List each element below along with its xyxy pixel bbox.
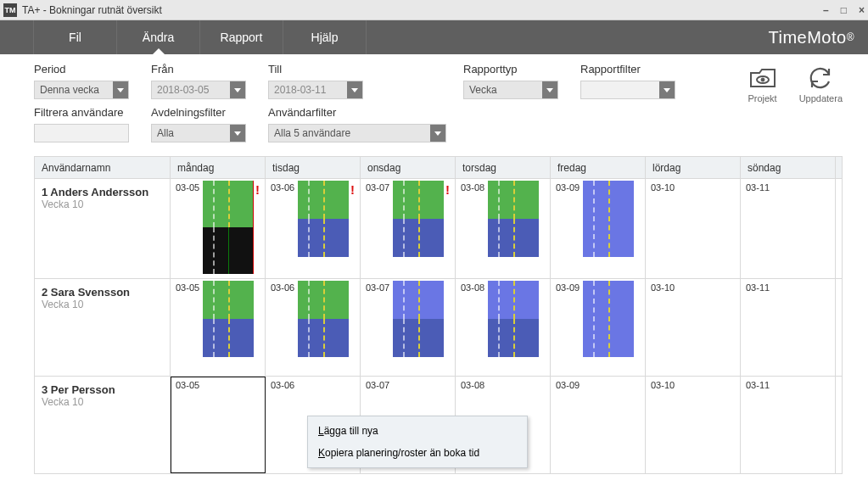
to-value: 2018-03-11 bbox=[274, 84, 326, 96]
day-cell[interactable]: 03-11 bbox=[741, 279, 836, 376]
day-cell[interactable]: 03-08 bbox=[456, 179, 551, 278]
project-button[interactable]: Projekt bbox=[748, 66, 776, 103]
to-label: Till bbox=[268, 63, 448, 75]
day-cell[interactable]: 03-07 bbox=[361, 279, 456, 376]
day-date: 03-09 bbox=[556, 380, 580, 390]
day-date: 03-09 bbox=[556, 182, 580, 193]
refresh-icon bbox=[808, 66, 833, 90]
brand-label: TimeMoto® bbox=[768, 20, 854, 54]
col-sunday: söndag bbox=[741, 157, 836, 178]
reportfilter-select[interactable] bbox=[580, 81, 675, 99]
ctx-add-label: Lägga till nya bbox=[318, 425, 378, 437]
day-date: 03-08 bbox=[461, 182, 484, 193]
from-select[interactable]: 2018-03-05 bbox=[151, 81, 246, 99]
day-date: 03-07 bbox=[366, 380, 389, 390]
schedule-block[interactable] bbox=[488, 281, 539, 357]
alert-icon: ! bbox=[350, 182, 355, 197]
menu-report-label: Rapport bbox=[221, 31, 263, 44]
day-cell[interactable]: 03-10 bbox=[646, 179, 741, 278]
svg-point-1 bbox=[761, 78, 764, 81]
chevron-down-icon bbox=[230, 125, 245, 142]
menu-help[interactable]: Hjälp bbox=[283, 20, 367, 54]
day-cell[interactable]: 03-06 ! bbox=[266, 179, 361, 278]
col-thursday: torsdag bbox=[456, 157, 551, 178]
day-cell[interactable]: 03-11 bbox=[741, 377, 836, 473]
schedule-block[interactable] bbox=[583, 281, 634, 357]
day-cell[interactable]: 03-05 bbox=[171, 279, 266, 376]
schedule-block[interactable] bbox=[298, 281, 349, 357]
menu-help-label: Hjälp bbox=[311, 31, 339, 44]
schedule-block[interactable] bbox=[203, 181, 254, 274]
user-name: 1 Anders Andersson bbox=[42, 186, 163, 198]
user-name-cell: 3 Per Persson Vecka 10 bbox=[35, 377, 171, 473]
reporttype-label: Rapporttyp bbox=[463, 63, 565, 75]
day-cell[interactable]: 03-07 ! bbox=[361, 179, 456, 278]
day-cell-selected[interactable]: 03-05 bbox=[171, 377, 266, 473]
day-date: 03-05 bbox=[176, 380, 199, 390]
maximize-button[interactable]: □ bbox=[841, 4, 847, 16]
day-cell[interactable]: 03-10 bbox=[646, 279, 741, 376]
day-cell[interactable]: 03-06 bbox=[266, 279, 361, 376]
menu-file[interactable]: Fil bbox=[34, 20, 117, 54]
menu-file-label: Fil bbox=[69, 31, 81, 44]
menu-edit[interactable]: Ändra bbox=[117, 20, 200, 54]
reporttype-select[interactable]: Vecka bbox=[463, 81, 558, 99]
schedule-block[interactable] bbox=[393, 281, 444, 357]
ctx-copy-plan[interactable]: Kopiera planering/roster än boka tid bbox=[308, 442, 527, 464]
col-friday: fredag bbox=[551, 157, 646, 178]
ctx-add-new[interactable]: Lägga till nya bbox=[308, 420, 527, 442]
close-button[interactable]: × bbox=[859, 4, 865, 16]
schedule-block[interactable] bbox=[298, 181, 349, 257]
day-date: 03-11 bbox=[746, 182, 770, 193]
from-label: Från bbox=[151, 63, 253, 75]
userfilter-select[interactable]: Alla 5 användare bbox=[268, 124, 446, 142]
schedule-block[interactable] bbox=[488, 181, 539, 257]
from-value: 2018-03-05 bbox=[157, 84, 209, 96]
day-cell[interactable]: 03-09 bbox=[551, 377, 646, 473]
menu-edit-label: Ändra bbox=[143, 31, 174, 44]
titlebar: TM TA+ - Bokningar rutnät översikt – □ × bbox=[0, 0, 868, 20]
minimize-button[interactable]: – bbox=[823, 4, 829, 16]
day-cell[interactable]: 03-08 bbox=[456, 279, 551, 376]
filterusers-select[interactable] bbox=[34, 124, 129, 142]
schedule-block[interactable] bbox=[583, 181, 634, 257]
table-row: 2 Sara Svensson Vecka 10 03-05 03-06 03-… bbox=[35, 279, 842, 377]
chevron-down-icon bbox=[230, 81, 245, 98]
day-cell[interactable]: 03-09 bbox=[551, 279, 646, 376]
period-select[interactable]: Denna vecka bbox=[34, 81, 129, 99]
alert-icon: ! bbox=[445, 182, 450, 197]
menu-report[interactable]: Rapport bbox=[200, 20, 283, 54]
day-cell[interactable]: 03-10 bbox=[646, 377, 741, 473]
userfilter-value: Alla 5 användare bbox=[274, 127, 350, 139]
chevron-down-icon bbox=[659, 81, 675, 98]
to-select[interactable]: 2018-03-11 bbox=[268, 81, 363, 99]
day-cell[interactable]: 03-11 bbox=[741, 179, 836, 278]
user-name-cell: 2 Sara Svensson Vecka 10 bbox=[35, 279, 171, 376]
refresh-button[interactable]: Uppdatera bbox=[799, 66, 843, 103]
menu-spacer bbox=[0, 20, 34, 54]
ctx-copy-label: Kopiera planering/roster än boka tid bbox=[318, 447, 479, 459]
schedule-block[interactable] bbox=[393, 181, 444, 257]
app-icon: TM bbox=[3, 3, 17, 17]
day-cell[interactable]: 03-05 ! bbox=[171, 179, 266, 278]
day-cell[interactable]: 03-09 bbox=[551, 179, 646, 278]
day-date: 03-10 bbox=[651, 380, 675, 390]
day-date: 03-10 bbox=[651, 282, 675, 293]
col-monday: måndag bbox=[171, 157, 266, 178]
period-label: Period bbox=[34, 63, 136, 75]
alert-icon: ! bbox=[255, 182, 260, 197]
project-label: Projekt bbox=[748, 93, 776, 103]
deptfilter-label: Avdelningsfilter bbox=[151, 106, 253, 119]
col-tuesday: tisdag bbox=[266, 157, 361, 178]
context-menu: Lägga till nya Kopiera planering/roster … bbox=[307, 416, 528, 468]
menubar: Fil Ändra Rapport Hjälp TimeMoto® bbox=[0, 20, 868, 54]
day-date: 03-06 bbox=[271, 182, 294, 193]
deptfilter-select[interactable]: Alla bbox=[151, 124, 246, 142]
chevron-down-icon bbox=[430, 125, 445, 142]
day-date: 03-09 bbox=[556, 282, 580, 293]
schedule-block[interactable] bbox=[203, 281, 254, 357]
day-date: 03-07 bbox=[366, 182, 389, 193]
deptfilter-value: Alla bbox=[157, 127, 174, 139]
col-saturday: lördag bbox=[646, 157, 741, 178]
user-name: 2 Sara Svensson bbox=[42, 286, 163, 299]
